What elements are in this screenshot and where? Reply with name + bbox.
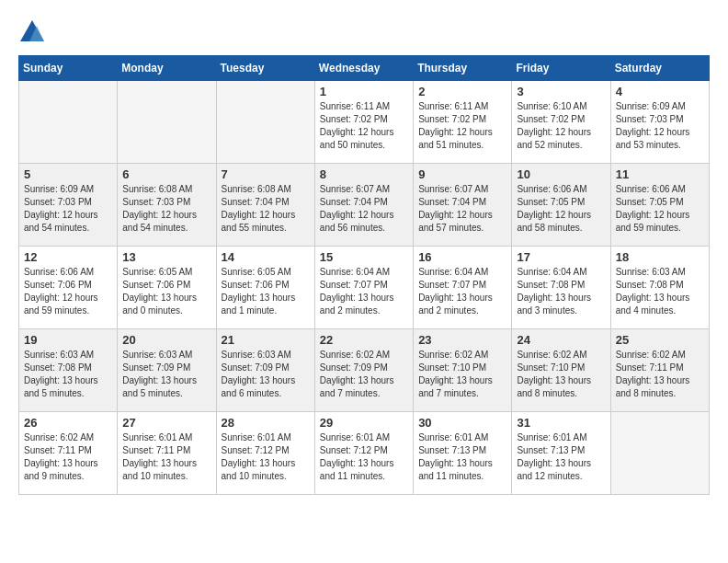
day-number: 2	[418, 85, 506, 98]
day-info: Sunrise: 6:01 AM Sunset: 7:11 PM Dayligh…	[122, 431, 210, 483]
calendar-day: 12Sunrise: 6:06 AM Sunset: 7:06 PM Dayli…	[19, 247, 118, 329]
day-header-sunday: Sunday	[19, 56, 118, 81]
day-info: Sunrise: 6:09 AM Sunset: 7:03 PM Dayligh…	[24, 183, 112, 235]
day-info: Sunrise: 6:01 AM Sunset: 7:12 PM Dayligh…	[222, 431, 310, 483]
calendar-week-1: 1Sunrise: 6:11 AM Sunset: 7:02 PM Daylig…	[19, 81, 710, 164]
calendar-day	[118, 81, 216, 164]
calendar-day: 7Sunrise: 6:08 AM Sunset: 7:04 PM Daylig…	[216, 164, 314, 247]
calendar-day: 6Sunrise: 6:08 AM Sunset: 7:03 PM Daylig…	[118, 164, 216, 247]
day-info: Sunrise: 6:06 AM Sunset: 7:06 PM Dayligh…	[24, 266, 112, 317]
day-number: 18	[616, 250, 704, 264]
day-number: 9	[418, 167, 506, 181]
day-number: 3	[517, 85, 605, 98]
calendar-week-2: 5Sunrise: 6:09 AM Sunset: 7:03 PM Daylig…	[19, 164, 710, 247]
day-number: 15	[320, 250, 408, 264]
day-number: 22	[320, 333, 408, 347]
calendar-day: 19Sunrise: 6:03 AM Sunset: 7:08 PM Dayli…	[19, 329, 118, 412]
day-info: Sunrise: 6:02 AM Sunset: 7:11 PM Dayligh…	[616, 349, 704, 400]
day-info: Sunrise: 6:11 AM Sunset: 7:02 PM Dayligh…	[418, 100, 506, 152]
day-number: 14	[222, 250, 310, 264]
day-info: Sunrise: 6:03 AM Sunset: 7:09 PM Dayligh…	[122, 349, 210, 400]
calendar-day: 1Sunrise: 6:11 AM Sunset: 7:02 PM Daylig…	[314, 81, 413, 164]
day-info: Sunrise: 6:03 AM Sunset: 7:09 PM Dayligh…	[222, 349, 310, 400]
calendar-day: 21Sunrise: 6:03 AM Sunset: 7:09 PM Dayli…	[216, 329, 314, 412]
day-header-thursday: Thursday	[414, 56, 512, 81]
calendar-body: 1Sunrise: 6:11 AM Sunset: 7:02 PM Daylig…	[19, 81, 710, 495]
calendar-day: 29Sunrise: 6:01 AM Sunset: 7:12 PM Dayli…	[314, 412, 413, 495]
day-info: Sunrise: 6:07 AM Sunset: 7:04 PM Dayligh…	[418, 183, 506, 235]
calendar-day: 22Sunrise: 6:02 AM Sunset: 7:09 PM Dayli…	[314, 329, 413, 412]
day-number: 29	[320, 416, 408, 430]
day-number: 16	[418, 250, 506, 264]
calendar-day: 17Sunrise: 6:04 AM Sunset: 7:08 PM Dayli…	[512, 247, 610, 329]
day-number: 31	[517, 416, 605, 430]
day-info: Sunrise: 6:02 AM Sunset: 7:10 PM Dayligh…	[517, 349, 605, 400]
logo	[18, 18, 50, 46]
calendar-day: 30Sunrise: 6:01 AM Sunset: 7:13 PM Dayli…	[414, 412, 512, 495]
day-header-tuesday: Tuesday	[216, 56, 314, 81]
logo-icon	[18, 18, 46, 46]
calendar-week-3: 12Sunrise: 6:06 AM Sunset: 7:06 PM Dayli…	[19, 247, 710, 329]
day-number: 27	[122, 416, 210, 430]
day-info: Sunrise: 6:01 AM Sunset: 7:12 PM Dayligh…	[320, 431, 408, 483]
day-number: 5	[24, 167, 112, 181]
day-number: 8	[320, 167, 408, 181]
day-number: 23	[418, 333, 506, 347]
calendar-day: 16Sunrise: 6:04 AM Sunset: 7:07 PM Dayli…	[414, 247, 512, 329]
calendar-day: 13Sunrise: 6:05 AM Sunset: 7:06 PM Dayli…	[118, 247, 216, 329]
calendar-header: SundayMondayTuesdayWednesdayThursdayFrid…	[19, 56, 710, 81]
calendar-day: 9Sunrise: 6:07 AM Sunset: 7:04 PM Daylig…	[414, 164, 512, 247]
calendar-day: 26Sunrise: 6:02 AM Sunset: 7:11 PM Dayli…	[19, 412, 118, 495]
day-number: 6	[122, 167, 210, 181]
day-number: 12	[24, 250, 112, 264]
day-number: 20	[122, 333, 210, 347]
calendar-day: 24Sunrise: 6:02 AM Sunset: 7:10 PM Dayli…	[512, 329, 610, 412]
day-info: Sunrise: 6:02 AM Sunset: 7:11 PM Dayligh…	[24, 431, 112, 483]
calendar-day: 5Sunrise: 6:09 AM Sunset: 7:03 PM Daylig…	[19, 164, 118, 247]
day-info: Sunrise: 6:08 AM Sunset: 7:04 PM Dayligh…	[222, 183, 310, 235]
day-info: Sunrise: 6:05 AM Sunset: 7:06 PM Dayligh…	[122, 266, 210, 317]
day-info: Sunrise: 6:08 AM Sunset: 7:03 PM Dayligh…	[122, 183, 210, 235]
calendar-day: 11Sunrise: 6:06 AM Sunset: 7:05 PM Dayli…	[610, 164, 709, 247]
calendar-day: 20Sunrise: 6:03 AM Sunset: 7:09 PM Dayli…	[118, 329, 216, 412]
day-info: Sunrise: 6:11 AM Sunset: 7:02 PM Dayligh…	[320, 100, 408, 152]
day-number: 10	[517, 167, 605, 181]
day-number: 24	[517, 333, 605, 347]
day-info: Sunrise: 6:03 AM Sunset: 7:08 PM Dayligh…	[616, 266, 704, 317]
calendar-day: 2Sunrise: 6:11 AM Sunset: 7:02 PM Daylig…	[414, 81, 512, 164]
day-info: Sunrise: 6:06 AM Sunset: 7:05 PM Dayligh…	[517, 183, 605, 235]
day-info: Sunrise: 6:09 AM Sunset: 7:03 PM Dayligh…	[616, 100, 704, 152]
calendar-week-5: 26Sunrise: 6:02 AM Sunset: 7:11 PM Dayli…	[19, 412, 710, 495]
day-header-monday: Monday	[118, 56, 216, 81]
day-info: Sunrise: 6:02 AM Sunset: 7:10 PM Dayligh…	[418, 349, 506, 400]
day-info: Sunrise: 6:07 AM Sunset: 7:04 PM Dayligh…	[320, 183, 408, 235]
day-number: 30	[418, 416, 506, 430]
day-number: 21	[222, 333, 310, 347]
day-header-saturday: Saturday	[610, 56, 709, 81]
calendar-day: 14Sunrise: 6:05 AM Sunset: 7:06 PM Dayli…	[216, 247, 314, 329]
calendar-day: 8Sunrise: 6:07 AM Sunset: 7:04 PM Daylig…	[314, 164, 413, 247]
day-number: 25	[616, 333, 704, 347]
day-number: 17	[517, 250, 605, 264]
day-info: Sunrise: 6:04 AM Sunset: 7:07 PM Dayligh…	[320, 266, 408, 317]
day-info: Sunrise: 6:03 AM Sunset: 7:08 PM Dayligh…	[24, 349, 112, 400]
day-number: 26	[24, 416, 112, 430]
calendar-day	[216, 81, 314, 164]
calendar-day	[19, 81, 118, 164]
calendar-day: 3Sunrise: 6:10 AM Sunset: 7:02 PM Daylig…	[512, 81, 610, 164]
day-number: 19	[24, 333, 112, 347]
calendar-week-4: 19Sunrise: 6:03 AM Sunset: 7:08 PM Dayli…	[19, 329, 710, 412]
day-number: 4	[616, 85, 704, 98]
calendar-day: 18Sunrise: 6:03 AM Sunset: 7:08 PM Dayli…	[610, 247, 709, 329]
calendar-day: 15Sunrise: 6:04 AM Sunset: 7:07 PM Dayli…	[314, 247, 413, 329]
calendar-table: SundayMondayTuesdayWednesdayThursdayFrid…	[18, 55, 710, 495]
calendar-day: 4Sunrise: 6:09 AM Sunset: 7:03 PM Daylig…	[610, 81, 709, 164]
day-header-wednesday: Wednesday	[314, 56, 413, 81]
day-info: Sunrise: 6:05 AM Sunset: 7:06 PM Dayligh…	[222, 266, 310, 317]
calendar-day: 28Sunrise: 6:01 AM Sunset: 7:12 PM Dayli…	[216, 412, 314, 495]
calendar-day: 23Sunrise: 6:02 AM Sunset: 7:10 PM Dayli…	[414, 329, 512, 412]
calendar-day: 10Sunrise: 6:06 AM Sunset: 7:05 PM Dayli…	[512, 164, 610, 247]
calendar-day: 31Sunrise: 6:01 AM Sunset: 7:13 PM Dayli…	[512, 412, 610, 495]
day-info: Sunrise: 6:04 AM Sunset: 7:08 PM Dayligh…	[517, 266, 605, 317]
day-number: 28	[222, 416, 310, 430]
